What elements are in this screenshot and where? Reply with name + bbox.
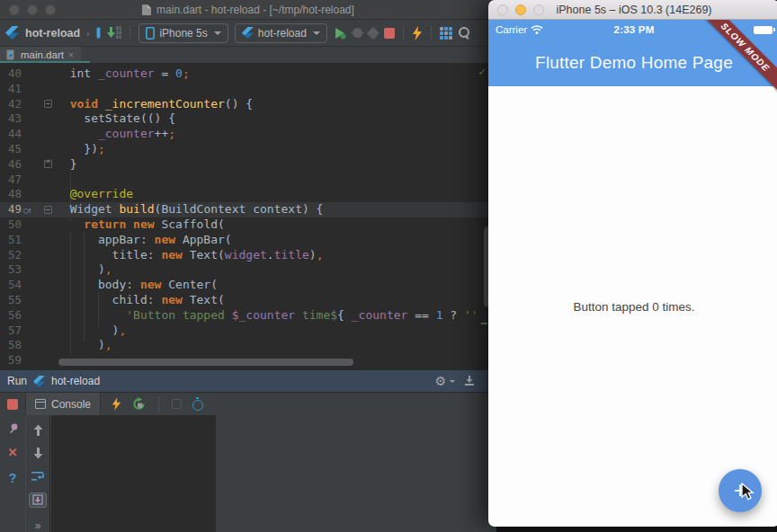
zoom-window-button[interactable] bbox=[533, 4, 544, 15]
ide-window-title: main.dart - hot-reload - [~/tmp/hot-relo… bbox=[156, 4, 354, 16]
line-number: 42 bbox=[0, 97, 22, 112]
run-session-name: hot-reload bbox=[51, 375, 100, 387]
code-editor[interactable]: 40 int _counter = 0;4142− void _incremen… bbox=[0, 63, 496, 370]
search-icon[interactable] bbox=[459, 27, 470, 39]
code-line[interactable]: 53 ), bbox=[0, 262, 496, 278]
profile-button[interactable] bbox=[367, 26, 380, 39]
hide-panel-icon[interactable] bbox=[464, 376, 475, 386]
code-line[interactable]: 48 @override bbox=[0, 187, 496, 202]
toolbar-separator bbox=[403, 26, 404, 40]
scroll-to-end-button[interactable] bbox=[29, 492, 47, 508]
minimize-window-button[interactable] bbox=[27, 4, 38, 15]
console-output[interactable] bbox=[51, 415, 216, 532]
stop-process-button[interactable] bbox=[7, 399, 18, 410]
line-number: 52 bbox=[0, 248, 22, 263]
code-line[interactable]: 49○↑− Widget build(BuildContext context)… bbox=[0, 202, 496, 217]
close-window-button[interactable] bbox=[497, 4, 508, 15]
code-line[interactable]: 55 child: new Text( bbox=[0, 293, 496, 308]
line-number: 47 bbox=[0, 173, 22, 188]
help-icon[interactable]: ? bbox=[9, 471, 17, 485]
editor-tab-bar: main.dart × bbox=[0, 47, 496, 63]
code-line[interactable]: 58 ), bbox=[0, 338, 496, 353]
chevron-more-icon[interactable]: » bbox=[35, 519, 41, 532]
minimize-window-button[interactable] bbox=[515, 4, 526, 15]
close-panel-icon[interactable]: ✕ bbox=[8, 446, 18, 459]
inspection-ok-icon: ✓ bbox=[478, 65, 486, 78]
line-number: 50 bbox=[0, 217, 22, 233]
run-button[interactable] bbox=[334, 27, 346, 40]
simulator-window-controls[interactable] bbox=[497, 4, 544, 15]
fold-icon[interactable]: − bbox=[44, 100, 52, 108]
hot-reload-icon[interactable] bbox=[112, 397, 121, 411]
window-controls[interactable] bbox=[9, 4, 56, 15]
simulator-titlebar: iPhone 5s – iOS 10.3 (14E269) bbox=[488, 0, 777, 20]
tool-window-left-strip: ✕ ? bbox=[0, 415, 25, 532]
code-line[interactable]: 57 ), bbox=[0, 324, 496, 339]
run-config-label: hot-reload bbox=[258, 27, 307, 40]
hot-restart-icon[interactable] bbox=[132, 397, 146, 411]
run-tool-window-header[interactable]: Run hot-reload ⚙ bbox=[0, 370, 496, 392]
settings-gear-button[interactable]: ⚙ bbox=[434, 375, 455, 387]
tab-close-icon[interactable]: × bbox=[68, 50, 74, 60]
close-window-button[interactable] bbox=[9, 4, 20, 15]
clear-console-icon[interactable] bbox=[172, 399, 182, 409]
run-config-selector[interactable]: hot-reload bbox=[235, 23, 327, 43]
code-line[interactable]: 54 body: new Center( bbox=[0, 278, 496, 293]
next-occurrence-button[interactable] bbox=[29, 446, 47, 461]
structure-icon[interactable] bbox=[96, 27, 101, 39]
screen: main.dart - hot-reload - [~/tmp/hot-relo… bbox=[0, 0, 777, 532]
flutter-icon bbox=[33, 376, 45, 387]
chevron-down-icon bbox=[450, 380, 455, 383]
debug-button[interactable] bbox=[353, 28, 362, 38]
code-line[interactable]: 51 appBar: new AppBar( bbox=[0, 233, 496, 248]
code-line[interactable]: 43 setState(() { bbox=[0, 111, 496, 127]
phone-icon bbox=[146, 27, 155, 40]
line-number: 57 bbox=[0, 324, 22, 339]
line-number: 58 bbox=[0, 338, 22, 353]
chevron-down-icon bbox=[313, 31, 320, 35]
green-down-arrow-icon bbox=[107, 27, 115, 39]
line-number: 53 bbox=[0, 262, 22, 278]
clock-label: 2:33 PM bbox=[576, 24, 692, 35]
code-line[interactable]: 41 bbox=[0, 82, 496, 97]
battery-icon bbox=[754, 26, 773, 34]
code-line[interactable]: 45 }); bbox=[0, 142, 496, 157]
hot-reload-icon[interactable] bbox=[412, 26, 423, 40]
console-toolbar: Console bbox=[0, 392, 496, 415]
code-line[interactable]: 40 int _counter = 0; bbox=[0, 66, 496, 82]
carrier-label: Carrier bbox=[496, 24, 527, 35]
ide-toolbar: hot-reload › 011001 iPhone 5s hot-reload bbox=[0, 20, 496, 47]
breadcrumb-chevron-icon: › bbox=[86, 28, 90, 39]
zoom-window-button[interactable] bbox=[45, 4, 56, 15]
fold-icon[interactable]: − bbox=[44, 206, 52, 214]
mouse-cursor bbox=[741, 483, 755, 501]
fold-end-icon[interactable]: ^ bbox=[44, 160, 52, 168]
overriding-method-icon[interactable]: ○↑ bbox=[23, 203, 31, 218]
code-line[interactable]: 50 return new Scaffold( bbox=[0, 217, 496, 233]
code-line[interactable]: 42− void _incrementCounter() { bbox=[0, 97, 496, 112]
prev-occurrence-button[interactable] bbox=[29, 422, 47, 438]
soft-wrap-button[interactable] bbox=[29, 469, 47, 484]
app-body: Button tapped 0 times. bbox=[488, 86, 777, 527]
code-line[interactable]: 44 _counter++; bbox=[0, 127, 496, 142]
ide-titlebar: main.dart - hot-reload - [~/tmp/hot-relo… bbox=[0, 0, 496, 20]
code-area: 40 int _counter = 0;4142− void _incremen… bbox=[0, 66, 496, 368]
code-line[interactable]: 56 'Button tapped $_counter time${ _coun… bbox=[0, 308, 496, 324]
line-number: 44 bbox=[0, 127, 22, 142]
project-breadcrumb[interactable]: hot-reload bbox=[25, 27, 80, 40]
console-icon bbox=[35, 399, 46, 409]
vcs-update-button[interactable]: 011001 bbox=[107, 26, 122, 40]
timeline-stopwatch-icon[interactable] bbox=[192, 400, 203, 411]
console-side-toolbar: » bbox=[25, 415, 50, 532]
stop-button[interactable] bbox=[384, 28, 395, 39]
increment-fab-button[interactable]: + bbox=[719, 469, 762, 512]
code-line[interactable]: 52 title: new Text(widget.title), bbox=[0, 248, 496, 263]
pin-icon[interactable] bbox=[7, 422, 19, 434]
device-selector[interactable]: iPhone 5s bbox=[138, 23, 228, 43]
horizontal-scrollbar[interactable] bbox=[58, 359, 353, 366]
inspector-grid-icon[interactable] bbox=[440, 27, 452, 40]
tab-console[interactable]: Console bbox=[25, 393, 101, 416]
code-line[interactable]: 46^ } bbox=[0, 157, 496, 173]
toolbar-separator bbox=[130, 26, 130, 40]
code-line[interactable]: 47 bbox=[0, 173, 496, 188]
